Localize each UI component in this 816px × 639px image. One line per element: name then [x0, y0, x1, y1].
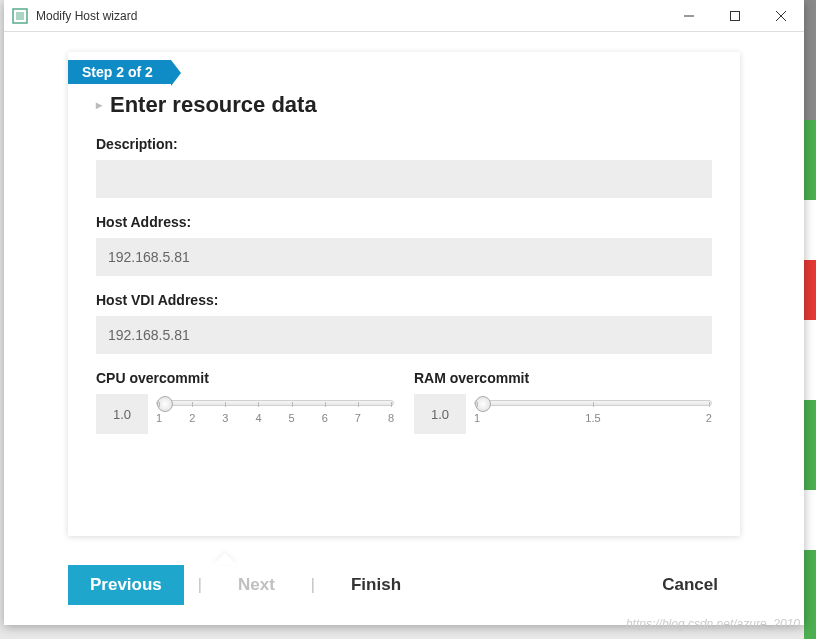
host-address-input[interactable] [96, 238, 712, 276]
description-input[interactable] [96, 160, 712, 198]
window-icon [12, 8, 28, 24]
separator: | [198, 576, 202, 594]
window-title: Modify Host wizard [36, 9, 666, 23]
svg-rect-1 [16, 12, 24, 20]
slider-tick: 7 [355, 412, 361, 424]
close-button[interactable] [758, 0, 804, 32]
ram-slider-value: 1.0 [414, 394, 466, 434]
wizard-panel: Step 2 of 2 ▸ Enter resource data Descri… [68, 52, 740, 536]
next-button: Next [216, 565, 297, 605]
titlebar-buttons [666, 0, 804, 32]
ram-slider-ticks: 11.52 [474, 412, 712, 424]
footer-nav-buttons: Previous | Next | Finish [68, 565, 423, 605]
svg-rect-3 [731, 11, 740, 20]
host-vdi-group: Host VDI Address: [96, 292, 712, 354]
slider-tick: 4 [255, 412, 261, 424]
slider-tick: 2 [706, 412, 712, 424]
description-group: Description: [96, 136, 712, 198]
host-address-label: Host Address: [96, 214, 712, 230]
slider-tick: 1 [474, 412, 480, 424]
cpu-slider-value: 1.0 [96, 394, 148, 434]
wizard-heading: ▸ Enter resource data [96, 92, 712, 118]
separator: | [311, 576, 315, 594]
slider-tick: 2 [189, 412, 195, 424]
slider-tick: 1.5 [585, 412, 600, 424]
ram-slider-label: RAM overcommit [414, 370, 712, 386]
slider-tick: 6 [322, 412, 328, 424]
watermark: https://blog.csdn.net/azure_2010 [626, 617, 800, 631]
titlebar: Modify Host wizard [4, 0, 804, 32]
heading-arrow-icon: ▸ [96, 98, 102, 112]
wizard-window: Modify Host wizard Step 2 of 2 ▸ Enter r… [4, 0, 804, 625]
cpu-slider-label: CPU overcommit [96, 370, 394, 386]
description-label: Description: [96, 136, 712, 152]
ram-overcommit-group: RAM overcommit 1.0 11.52 [414, 370, 712, 434]
slider-tick: 5 [289, 412, 295, 424]
host-address-group: Host Address: [96, 214, 712, 276]
active-button-indicator-icon [213, 553, 237, 565]
background-strips [804, 0, 816, 639]
wizard-content: Step 2 of 2 ▸ Enter resource data Descri… [4, 32, 804, 545]
host-vdi-label: Host VDI Address: [96, 292, 712, 308]
cpu-overcommit-group: CPU overcommit 1.0 12345678 [96, 370, 394, 434]
previous-button[interactable]: Previous [68, 565, 184, 605]
minimize-button[interactable] [666, 0, 712, 32]
wizard-heading-text: Enter resource data [110, 92, 317, 118]
cpu-slider-ticks: 12345678 [156, 412, 394, 424]
slider-tick: 1 [156, 412, 162, 424]
maximize-button[interactable] [712, 0, 758, 32]
cancel-button[interactable]: Cancel [640, 565, 740, 605]
slider-tick: 3 [222, 412, 228, 424]
slider-tick: 8 [388, 412, 394, 424]
slider-row: CPU overcommit 1.0 12345678 [96, 370, 712, 434]
host-vdi-input[interactable] [96, 316, 712, 354]
step-badge: Step 2 of 2 [68, 60, 171, 84]
wizard-footer: Previous | Next | Finish Cancel [4, 545, 804, 625]
finish-button[interactable]: Finish [329, 565, 423, 605]
